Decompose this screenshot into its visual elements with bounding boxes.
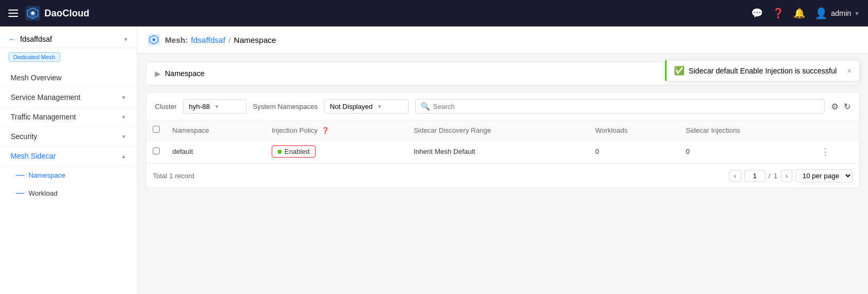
help-tooltip-icon: ❓ [321,127,329,134]
row-namespace: default [166,140,265,163]
row-more-actions-button[interactable]: ⋮ [820,146,830,157]
svg-point-1 [31,12,34,15]
breadcrumb-mesh-name[interactable]: fdsaffdsaf [191,35,225,44]
user-avatar-icon: 👤 [815,7,828,20]
sidebar-item-mesh-overview[interactable]: Mesh Overview [0,68,137,88]
success-icon: ✅ [674,66,685,76]
message-icon[interactable]: 💬 [751,7,763,19]
svg-point-3 [153,39,155,41]
sidebar-sub-item-workload[interactable]: — Workload [0,184,137,202]
sidebar-sub-item-label: Workload [29,189,58,197]
cluster-select[interactable]: hyh-88 ▼ [183,99,246,114]
chevron-up-icon: ▲ [121,153,126,159]
table-row: default Enabled Inherit Mesh Default 0 0 [146,140,859,163]
injection-policy-value: Enabled [284,148,310,155]
system-ns-value: Not Displayed [330,103,373,111]
sidebar-item-label: Service Management [11,93,80,102]
col-namespace: Namespace [166,121,265,140]
settings-icon[interactable]: ⚙ [831,102,838,112]
content-header: Mesh: fdsaffdsaf / Namespace [137,26,868,53]
total-records-label: Total 1 record [153,172,195,180]
dedicated-mesh-badge: Dedicated Mesh [8,52,60,62]
hamburger-menu[interactable] [8,10,18,17]
topnav: DaoCloud 💬 ❓ 🔔 👤 admin ▼ [0,0,868,26]
pagination-controls: ‹ / 1 › 10 per page 20 per page 50 per p… [729,169,853,182]
sidebar-sub-item-namespace[interactable]: — Namespace [0,166,137,184]
select-all-checkbox[interactable] [153,126,160,133]
col-sidecar-injections: Sidecar Injections [680,121,815,140]
breadcrumb-separator: / [228,35,230,44]
search-input-wrap[interactable]: 🔍 [415,99,825,114]
sidebar-project-name: fdsaffdsaf [20,35,52,43]
sidebar-item-mesh-sidecar[interactable]: Mesh Sidecar ▲ [0,146,137,166]
filter-table-panel: Cluster hyh-88 ▼ System Namespaces Not D… [146,92,860,188]
per-page-select[interactable]: 10 per page 20 per page 50 per page [796,169,853,182]
col-workloads: Workloads [589,121,679,140]
namespace-panel-title: Namespace [165,69,205,78]
sidebar-item-label: Traffic Management [11,113,76,121]
sidebar-sub-item-label: Namespace [29,171,65,179]
col-sidecar-discovery: Sidecar Discovery Range [407,121,589,140]
sidebar-item-traffic-management[interactable]: Traffic Management ▼ [0,107,137,127]
user-label: admin [831,9,851,17]
breadcrumb: Mesh: fdsaffdsaf / Namespace [165,35,276,44]
pagination-row: Total 1 record ‹ / 1 › 10 per page 20 pe… [146,163,859,188]
sidebar-item-label: Mesh Sidecar [11,152,56,160]
dash-icon: — [16,188,24,198]
chevron-down-icon: ▼ [121,114,126,120]
cluster-chevron-icon: ▼ [214,104,219,109]
sidebar-expand-icon[interactable]: ▼ [123,36,128,42]
chevron-right-icon: ▶ [155,69,161,78]
prev-page-button[interactable]: ‹ [729,170,741,182]
sidebar-item-label: Security [11,132,38,141]
col-injection-policy: Injection Policy ❓ [265,121,407,140]
row-checkbox[interactable] [153,148,160,154]
row-workloads: 0 [589,140,679,163]
back-arrow-icon[interactable]: ← [8,35,16,43]
sidebar-header: ← fdsaffdsaf ▼ [0,26,137,48]
breadcrumb-current: Namespace [234,35,276,44]
dash-icon: — [16,170,24,180]
page-separator: / [769,172,771,180]
content-body: ✅ Sidecar default Enable Injection is su… [137,53,868,294]
row-sidecar-discovery: Inherit Mesh Default [407,140,589,163]
user-chevron-icon: ▼ [854,11,860,16]
sidebar: ← fdsaffdsaf ▼ Dedicated Mesh Mesh Overv… [0,26,137,294]
search-icon: 🔍 [421,102,430,111]
current-page-input[interactable] [744,170,765,182]
logo-text: DaoCloud [44,8,89,19]
chevron-down-icon: ▼ [121,95,126,100]
enabled-dot-icon [278,150,282,154]
sidebar-item-service-management[interactable]: Service Management ▼ [0,88,137,107]
main-content: Mesh: fdsaffdsaf / Namespace ✅ Sidecar d… [137,26,868,294]
search-input[interactable] [433,103,819,111]
sidebar-item-security[interactable]: Security ▼ [0,127,137,146]
total-pages: 1 [773,172,777,180]
system-ns-select[interactable]: Not Displayed ▼ [324,99,409,114]
cluster-value: hyh-88 [189,103,210,111]
sidebar-item-label: Mesh Overview [11,74,61,82]
filter-row: Cluster hyh-88 ▼ System Namespaces Not D… [146,93,859,121]
row-sidecar-injections: 0 [680,140,815,163]
user-menu[interactable]: 👤 admin ▼ [815,7,860,20]
notification-close-button[interactable]: × [847,67,852,75]
notification-message: Sidecar default Enable Injection is succ… [689,67,837,75]
chevron-down-icon: ▼ [121,134,126,140]
cluster-label: Cluster [155,103,177,111]
refresh-icon[interactable]: ↻ [844,102,851,112]
bell-icon[interactable]: 🔔 [793,7,805,19]
logo: DaoCloud [25,6,89,21]
mesh-header-icon [148,34,160,45]
system-ns-chevron-icon: ▼ [377,104,382,109]
toolbar-icons: ⚙ ↻ [831,102,851,112]
row-injection-policy: Enabled [265,140,407,163]
breadcrumb-prefix: Mesh: [165,35,188,44]
notification-banner: ✅ Sidecar default Enable Injection is su… [665,60,860,81]
help-icon[interactable]: ❓ [772,7,784,19]
col-actions [814,121,859,140]
namespace-table: Namespace Injection Policy ❓ Sidecar Dis… [146,121,859,163]
system-ns-label: System Namespaces [253,103,318,111]
next-page-button[interactable]: › [781,170,792,182]
